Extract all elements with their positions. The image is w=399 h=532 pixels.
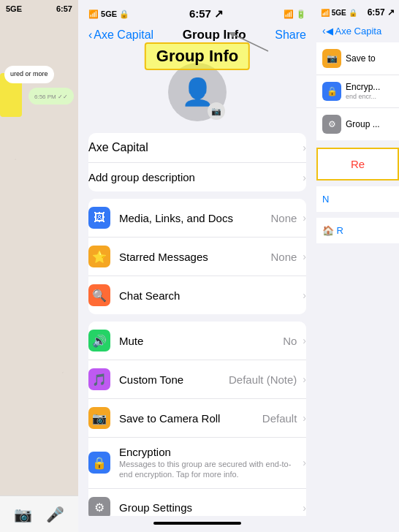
group-settings-label: Group Settings bbox=[119, 501, 303, 514]
camera-icon[interactable]: 📷 bbox=[14, 506, 32, 523]
camera-roll-chevron-icon: › bbox=[303, 412, 306, 424]
right-bottom-item-1[interactable]: N bbox=[316, 186, 399, 212]
custom-tone-row[interactable]: 🎵 Custom Tone Default (Note) › bbox=[88, 360, 306, 399]
media-section: 🖼 Media, Links, and Docs None › ⭐ bbox=[78, 199, 316, 314]
group-settings-chevron-icon: › bbox=[303, 502, 306, 514]
right-group-settings-content: Group ... bbox=[346, 119, 380, 129]
gear-glyph: ⚙ bbox=[94, 501, 104, 514]
right-camera-label: Save to bbox=[346, 53, 376, 64]
navigation-bar: ‹ Axe Capital Group Info Share bbox=[78, 25, 316, 48]
right-group-settings-row[interactable]: ⚙ Group ... bbox=[316, 108, 399, 140]
tone-chevron-icon: › bbox=[303, 373, 306, 385]
starred-right: None › bbox=[270, 251, 306, 263]
share-button[interactable]: Share bbox=[275, 28, 306, 42]
search-chevron-icon: › bbox=[303, 289, 306, 301]
media-content: Media, Links, and Docs bbox=[119, 212, 270, 224]
tone-content: Custom Tone bbox=[119, 373, 229, 386]
tone-right: Default (Note) › bbox=[229, 373, 306, 386]
search-glyph: 🔍 bbox=[92, 289, 107, 303]
lock-glyph: 🔒 bbox=[92, 456, 107, 470]
group-header: 👤 📷 bbox=[78, 48, 316, 133]
right-group-settings-label: Group ... bbox=[346, 119, 380, 129]
battery-indicator: 📶 🔋 bbox=[284, 10, 306, 19]
encryption-row[interactable]: 🔒 Encryption Messages to this group are … bbox=[88, 438, 306, 489]
right-nav[interactable]: ‹ ◀ Axe Capita bbox=[316, 22, 399, 42]
group-settings-row[interactable]: ⚙ Group Settings › bbox=[88, 489, 306, 516]
right-camera-glyph: 📷 bbox=[327, 53, 338, 64]
starred-content: Starred Messages bbox=[119, 251, 270, 263]
group-settings-right: › bbox=[303, 502, 306, 514]
media-right: None › bbox=[270, 212, 306, 224]
starred-label: Starred Messages bbox=[119, 251, 270, 263]
bubble-time: 6:56 PM ✓✓ bbox=[34, 94, 68, 100]
left-bottom-bar: 📷 🎤 bbox=[0, 495, 78, 532]
encryption-label: Encryption bbox=[119, 446, 303, 458]
search-content: Chat Search bbox=[119, 289, 303, 302]
name-chevron-icon: › bbox=[303, 142, 306, 153]
mute-label: Mute bbox=[119, 335, 283, 347]
encryption-right: › bbox=[303, 457, 306, 468]
starred-messages-row[interactable]: ⭐ Starred Messages None › bbox=[88, 238, 306, 276]
right-back-label: ◀ Axe Capita bbox=[326, 26, 382, 37]
back-chevron-icon: ‹ bbox=[88, 28, 92, 42]
avatar-person-icon: 👤 bbox=[181, 77, 214, 107]
music-glyph: 🎵 bbox=[92, 373, 107, 387]
camera-badge[interactable]: 📷 bbox=[208, 102, 225, 120]
mute-chevron-icon: › bbox=[303, 335, 306, 346]
bubble-sent: 6:56 PM ✓✓ bbox=[28, 88, 74, 104]
group-settings-content: Group Settings bbox=[119, 501, 303, 514]
starred-chevron-icon: › bbox=[303, 251, 306, 262]
right-encryption-icon: 🔒 bbox=[322, 82, 341, 101]
search-right: › bbox=[303, 289, 306, 301]
group-avatar[interactable]: 👤 📷 bbox=[168, 63, 227, 121]
encryption-content: Encryption Messages to this group are se… bbox=[119, 446, 303, 480]
mic-icon[interactable]: 🎤 bbox=[46, 506, 64, 523]
mute-row[interactable]: 🔊 Mute No › bbox=[88, 322, 306, 360]
group-name-row[interactable]: Axe Capital › bbox=[88, 133, 306, 163]
desc-chevron-icon: › bbox=[303, 172, 306, 183]
starred-value: None bbox=[270, 251, 297, 263]
nav-title: Group Info bbox=[183, 28, 246, 42]
encryption-chevron-icon: › bbox=[303, 457, 306, 468]
right-encryption-content: Encryp... end encr... bbox=[346, 82, 380, 100]
bubble-received: ured or more bbox=[4, 66, 54, 83]
star-glyph: ⭐ bbox=[92, 250, 107, 264]
right-encryption-row[interactable]: 🔒 Encryp... end encr... bbox=[316, 75, 399, 108]
media-links-docs-row[interactable]: 🖼 Media, Links, and Docs None › bbox=[88, 199, 306, 238]
left-status-bar: 5GE 6:57 bbox=[0, 0, 78, 16]
right-lock-glyph: 🔒 bbox=[327, 86, 338, 96]
group-name-section: Axe Capital › Add group description › bbox=[78, 133, 316, 191]
center-panel: 📶 5GE 🔒 6:57 ↗ 📶 🔋 ‹ Axe Capital Group I… bbox=[78, 0, 316, 532]
chat-search-row[interactable]: 🔍 Chat Search › bbox=[88, 276, 306, 314]
back-button[interactable]: ‹ Axe Capital bbox=[88, 28, 153, 42]
tone-value: Default (Note) bbox=[229, 373, 297, 386]
right-status-bar: 📶 5GE 🔒 6:57 ↗ bbox=[316, 0, 399, 22]
encryption-icon: 🔒 bbox=[88, 452, 110, 474]
red-action-box[interactable]: Re bbox=[316, 148, 399, 180]
right-encryption-label: Encryp... bbox=[346, 82, 380, 92]
home-indicator bbox=[153, 522, 241, 525]
mute-content: Mute bbox=[119, 335, 283, 347]
right-camera-row[interactable]: 📷 Save to bbox=[316, 42, 399, 75]
add-description-text: Add group description bbox=[88, 171, 195, 183]
scrollable-content[interactable]: 👤 📷 Axe Capital › Add group description … bbox=[78, 48, 316, 516]
right-signal: 📶 5GE 🔒 bbox=[321, 9, 357, 17]
right-panel: 📶 5GE 🔒 6:57 ↗ ‹ ◀ Axe Capita 📷 Save to … bbox=[316, 0, 399, 532]
camera-roll-icon: 📷 bbox=[88, 407, 110, 429]
media-chevron-icon: › bbox=[303, 212, 306, 224]
camera-roll-right: Default › bbox=[262, 412, 306, 425]
media-label: Media, Links, and Docs bbox=[119, 212, 270, 224]
settings-card-2: 🔊 Mute No › 🎵 Custom To bbox=[88, 322, 306, 516]
signal-indicator: 📶 5GE 🔒 bbox=[88, 10, 129, 19]
home-bar bbox=[78, 516, 316, 532]
camera-roll-row[interactable]: 📷 Save to Camera Roll Default › bbox=[88, 399, 306, 438]
camera-roll-glyph: 📷 bbox=[92, 411, 107, 425]
left-signal: 5GE bbox=[6, 4, 22, 13]
camera-roll-label: Save to Camera Roll bbox=[119, 412, 262, 425]
right-bottom-item-2[interactable]: 🏠 R bbox=[316, 218, 399, 243]
right-camera-content: Save to bbox=[346, 53, 376, 64]
right-bottom-label-1: N bbox=[322, 194, 329, 205]
left-time: 6:57 bbox=[56, 4, 72, 13]
starred-icon: ⭐ bbox=[88, 246, 110, 267]
add-description-row[interactable]: Add group description › bbox=[88, 163, 306, 191]
